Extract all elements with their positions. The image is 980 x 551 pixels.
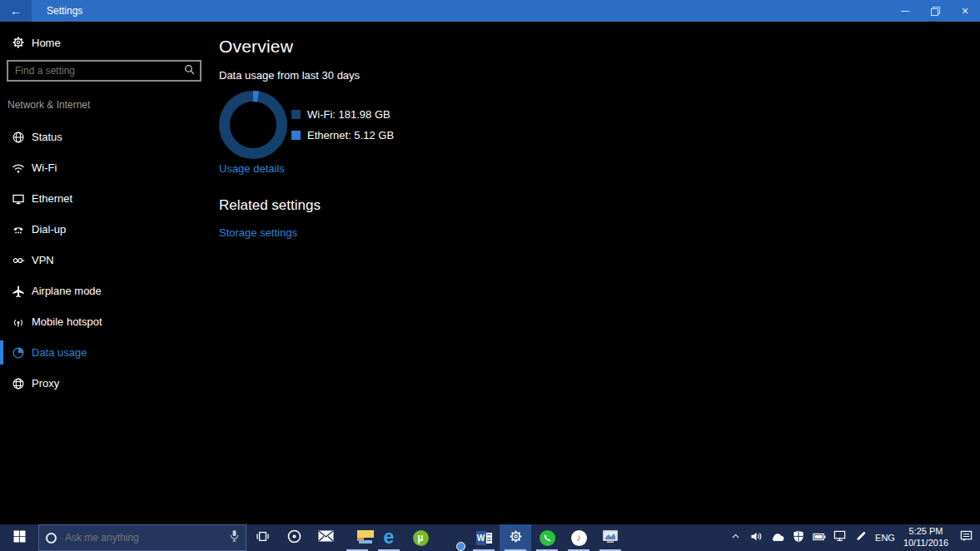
tray-defender-button[interactable] [788, 524, 808, 551]
sidebar-item-label: Status [32, 131, 62, 143]
sidebar-item-airplane-mode[interactable]: Airplane mode [0, 276, 208, 306]
tray-battery-button[interactable] [808, 524, 829, 551]
mail-icon [318, 530, 334, 545]
sidebar-item-label: Proxy [32, 377, 59, 390]
monitor-icon [11, 192, 25, 206]
wifi-icon [11, 161, 25, 175]
taskbar-app-movies-tv[interactable] [594, 524, 626, 551]
taskbar-app-word[interactable]: W [468, 524, 500, 551]
sidebar-item-mobile-hotspot[interactable]: Mobile hotspot [0, 306, 208, 337]
taskbar-app-mail[interactable] [310, 524, 341, 551]
action-center-icon [960, 530, 973, 546]
window-title: Settings [47, 5, 82, 17]
sidebar-item-proxy[interactable]: Proxy [0, 368, 208, 399]
usage-chart-row: Wi-Fi: 181.98 GBEthernet: 5.12 GB [219, 91, 980, 159]
sidebar-item-ethernet[interactable]: Ethernet [0, 183, 208, 214]
sidebar-item-wi-fi[interactable]: Wi-Fi [0, 152, 208, 183]
dialup-icon [11, 223, 25, 236]
page-title: Overview [219, 37, 980, 57]
sidebar-item-vpn[interactable]: VPN [0, 245, 208, 276]
taskbar-app-settings[interactable] [500, 524, 531, 551]
storage-settings-link[interactable]: Storage settings [219, 226, 297, 239]
tray-hidden-icons-button[interactable] [725, 524, 746, 551]
legend-swatch-ethernet [291, 131, 301, 140]
restore-icon [931, 7, 939, 15]
legend-swatch-wi-fi [291, 110, 301, 119]
microphone-icon[interactable] [230, 529, 239, 546]
tray-volume-button[interactable] [746, 524, 767, 551]
movies-tv-icon [602, 529, 619, 547]
restore-button[interactable] [920, 0, 950, 22]
shield-icon [793, 530, 804, 546]
cortana-search-input[interactable] [63, 531, 223, 544]
legend-label: Wi-Fi: 181.98 GB [307, 108, 391, 121]
tray-network-button[interactable] [829, 524, 850, 551]
language-indicator[interactable]: ENG [871, 533, 899, 543]
itunes-icon: ♪ [571, 530, 587, 546]
task-view-button[interactable] [246, 524, 278, 551]
taskbar-apps: eµW♪ [278, 524, 626, 551]
cortana-search-box[interactable] [38, 524, 246, 551]
utorrent-icon: µ [413, 530, 429, 546]
legend-item-ethernet: Ethernet: 5.12 GB [291, 125, 394, 146]
network-monitor-icon [833, 530, 846, 545]
taskbar-app-file-explorer[interactable] [341, 524, 373, 551]
tray-windows-ink-button[interactable] [850, 524, 871, 551]
taskbar-app-utorrent[interactable]: µ [405, 524, 436, 551]
taskbar-app-whatsapp[interactable] [531, 524, 563, 551]
airplane-icon [11, 285, 25, 298]
pen-icon [855, 530, 867, 545]
tray-onedrive-button[interactable] [767, 524, 788, 551]
sidebar-item-home[interactable]: Home [0, 22, 208, 49]
chevron-up-icon [730, 530, 741, 545]
gear-icon [11, 36, 25, 49]
selected-indicator [0, 340, 3, 365]
taskbar-app-edge[interactable]: e [373, 524, 405, 551]
settings-search-input[interactable] [13, 64, 184, 77]
sidebar-item-dial-up[interactable]: Dial-up [0, 214, 208, 245]
back-arrow-icon: ← [10, 4, 22, 17]
sidebar-item-label: Data usage [32, 346, 87, 359]
tray-icons [725, 524, 871, 551]
search-icon [184, 63, 195, 78]
system-tray: ENG 5:25 PM 10/11/2016 [725, 524, 980, 551]
back-button[interactable]: ← [0, 0, 32, 22]
data-usage-donut-chart [219, 91, 287, 159]
taskbar-app-groove-music[interactable] [278, 524, 310, 551]
sidebar-item-label: Ethernet [32, 192, 72, 205]
cloud-icon [771, 530, 784, 545]
sidebar: Home Network & Internet StatusWi-FiEther… [0, 22, 208, 524]
usage-details-link[interactable]: Usage details [219, 162, 285, 175]
cortana-icon [46, 533, 57, 544]
taskbar-app-chrome[interactable] [436, 524, 468, 551]
usage-caption: Data usage from last 30 days [219, 69, 980, 82]
close-icon: × [962, 5, 968, 17]
settings-window: Home Network & Internet StatusWi-FiEther… [0, 22, 980, 524]
sidebar-item-label: Airplane mode [32, 285, 102, 297]
sidebar-item-label: Dial-up [32, 223, 66, 236]
clock[interactable]: 5:25 PM 10/11/2016 [899, 526, 953, 549]
start-button[interactable] [0, 524, 38, 551]
sidebar-item-data-usage[interactable]: Data usage [0, 337, 208, 368]
whatsapp-icon [540, 530, 555, 546]
proxy-globe-icon [11, 377, 25, 390]
windows-logo-icon [13, 530, 26, 546]
task-view-icon [256, 530, 270, 546]
close-button[interactable]: × [950, 0, 980, 22]
minimize-icon [901, 11, 909, 12]
settings-search-box[interactable] [7, 60, 201, 82]
battery-icon [813, 530, 826, 545]
chart-legend: Wi-Fi: 181.98 GBEthernet: 5.12 GB [291, 104, 394, 159]
legend-item-wi-fi: Wi-Fi: 181.98 GB [291, 104, 394, 125]
minimize-button[interactable] [890, 0, 920, 22]
sidebar-item-status[interactable]: Status [0, 122, 208, 152]
sidebar-section-label: Network & Internet [7, 99, 208, 111]
clock-date: 10/11/2016 [899, 538, 953, 549]
titlebar: ← Settings × [0, 0, 980, 22]
action-center-button[interactable] [953, 524, 980, 551]
hotspot-icon [11, 315, 25, 329]
clock-time: 5:25 PM [899, 526, 953, 538]
taskbar-app-itunes[interactable]: ♪ [563, 524, 594, 551]
sidebar-home-label: Home [32, 37, 61, 49]
settings-icon [509, 529, 523, 547]
